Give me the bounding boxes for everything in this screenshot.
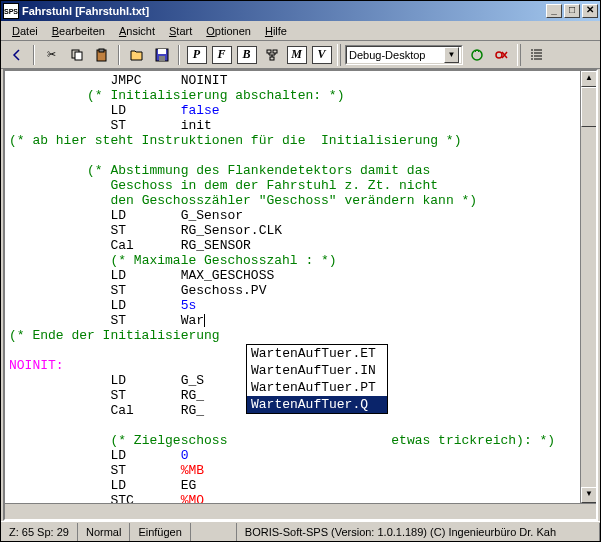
run-button[interactable]: [465, 44, 488, 66]
tool-f-button[interactable]: F: [210, 44, 233, 66]
autocomplete-item[interactable]: WartenAufTuer.IN: [247, 362, 387, 379]
menu-bearbeiten-label: earbeiten: [59, 25, 105, 37]
autocomplete-popup: WartenAufTuer.ETWartenAufTuer.INWartenAu…: [246, 344, 388, 414]
titlebar[interactable]: SPS Fahrstuhl [Fahrstuhl.txt] _ □ ✕: [1, 1, 600, 21]
copy-button[interactable]: [65, 44, 88, 66]
status-insert: Einfügen: [130, 523, 190, 541]
status-empty: [191, 523, 237, 541]
status-version: BORIS-Soft-SPS (Version: 1.0.1.189) (C) …: [237, 523, 600, 541]
tool-b-button[interactable]: B: [235, 44, 258, 66]
svg-rect-5: [158, 49, 166, 54]
scroll-down-button[interactable]: ▼: [581, 487, 597, 503]
toolbar: ✂ P F B M V Debug-Desktop▼: [1, 41, 600, 69]
paste-button[interactable]: [90, 44, 113, 66]
menu-optionen[interactable]: Optionen: [199, 23, 258, 39]
menu-ansicht[interactable]: Ansicht: [112, 23, 162, 39]
list-button[interactable]: [525, 44, 548, 66]
combo-dropdown-icon[interactable]: ▼: [444, 47, 459, 63]
menu-hilfe-label: ilfe: [273, 25, 287, 37]
svg-rect-6: [159, 56, 165, 61]
cut-button[interactable]: ✂: [40, 44, 63, 66]
menu-optionen-label: ptionen: [215, 25, 251, 37]
menu-hilfe[interactable]: Hilfe: [258, 23, 294, 39]
svg-rect-3: [99, 49, 104, 52]
menubar: Datei Bearbeiten Ansicht Start Optionen …: [1, 21, 600, 41]
svg-point-10: [472, 50, 482, 60]
back-button[interactable]: [5, 44, 28, 66]
tool-p-button[interactable]: P: [185, 44, 208, 66]
tool-v-button[interactable]: V: [310, 44, 333, 66]
status-position: Z: 65 Sp: 29: [1, 523, 78, 541]
stop-button[interactable]: [490, 44, 513, 66]
scroll-up-button[interactable]: ▲: [581, 71, 597, 87]
minimize-button[interactable]: _: [546, 4, 562, 18]
autocomplete-item[interactable]: WartenAufTuer.PT: [247, 379, 387, 396]
maximize-button[interactable]: □: [564, 4, 580, 18]
config-combo-value: Debug-Desktop: [349, 49, 425, 61]
autocomplete-item[interactable]: WartenAufTuer.Q: [247, 396, 387, 413]
svg-rect-7: [267, 50, 271, 53]
menu-bearbeiten[interactable]: Bearbeiten: [45, 23, 112, 39]
autocomplete-item[interactable]: WartenAufTuer.ET: [247, 345, 387, 362]
vertical-scrollbar[interactable]: ▲ ▼: [580, 71, 596, 503]
app-icon: SPS: [3, 3, 19, 19]
save-button[interactable]: [150, 44, 173, 66]
horizontal-scrollbar[interactable]: [5, 503, 596, 519]
svg-rect-8: [273, 50, 277, 53]
window-title: Fahrstuhl [Fahrstuhl.txt]: [22, 5, 544, 17]
open-button[interactable]: [125, 44, 148, 66]
tool-m-button[interactable]: M: [285, 44, 308, 66]
menu-datei[interactable]: Datei: [5, 23, 45, 39]
menu-datei-label: atei: [20, 25, 38, 37]
code-editor[interactable]: JMPC NOINIT (* Initialisierung abschalte…: [3, 69, 598, 521]
status-mode: Normal: [78, 523, 130, 541]
svg-rect-1: [75, 52, 82, 60]
close-button[interactable]: ✕: [582, 4, 598, 18]
statusbar: Z: 65 Sp: 29 Normal Einfügen BORIS-Soft-…: [1, 521, 600, 541]
menu-ansicht-label: nsicht: [126, 25, 155, 37]
menu-start-label: tart: [176, 25, 192, 37]
menu-start[interactable]: Start: [162, 23, 199, 39]
config-combo[interactable]: Debug-Desktop▼: [345, 45, 463, 65]
scroll-thumb[interactable]: [581, 87, 597, 127]
tool-baum-button[interactable]: [260, 44, 283, 66]
svg-point-11: [496, 52, 502, 58]
svg-rect-9: [270, 57, 274, 60]
